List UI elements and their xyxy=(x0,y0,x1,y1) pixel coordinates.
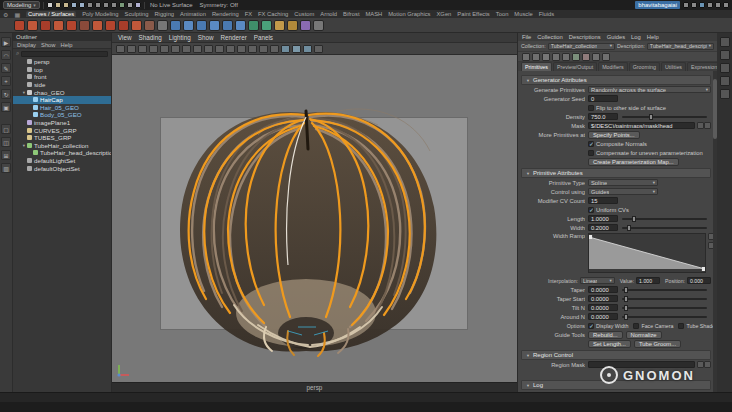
shaded-mode-icon[interactable] xyxy=(292,45,301,53)
birail-icon[interactable] xyxy=(300,20,311,31)
generate-primitives-dropdown[interactable]: Randomly across the surface xyxy=(588,86,711,93)
gate-mask-icon[interactable] xyxy=(226,45,235,53)
film-gate-icon[interactable] xyxy=(204,45,213,53)
camera-attributes-icon[interactable] xyxy=(138,45,147,53)
redo-icon[interactable] xyxy=(79,2,85,8)
offset-curve-icon[interactable] xyxy=(131,20,142,31)
safe-title-icon[interactable] xyxy=(259,45,268,53)
xgen-menu-item[interactable]: Log xyxy=(631,34,641,40)
uniform-cvs-checkbox[interactable] xyxy=(588,207,594,213)
width-ramp-editor[interactable] xyxy=(588,233,706,273)
region-control-header[interactable]: Region Control xyxy=(521,350,711,360)
nurbs-cube-icon[interactable] xyxy=(183,20,194,31)
layout-single-pane-icon[interactable]: ▢ xyxy=(1,124,11,134)
command-line[interactable] xyxy=(0,392,732,402)
outliner-search-input[interactable] xyxy=(21,51,108,57)
scene-open-icon[interactable] xyxy=(55,2,61,8)
hair-model[interactable] xyxy=(138,95,482,359)
nurbs-sphere-icon[interactable] xyxy=(170,20,181,31)
tool-settings-tab-icon[interactable] xyxy=(720,50,730,60)
guides-toggle-icon[interactable] xyxy=(592,53,600,61)
taper-start-slider[interactable] xyxy=(622,298,707,300)
construction-history-icon[interactable] xyxy=(127,2,133,8)
nurbs-torus-icon[interactable] xyxy=(235,20,246,31)
mask-expression-field[interactable]: $(DESC)/paintmaps/mask|head xyxy=(588,122,695,129)
shelf-tab[interactable]: Motion Graphics xyxy=(388,11,430,17)
wireframe-mode-icon[interactable] xyxy=(281,45,290,53)
shelf-tab[interactable]: Poly Modeling xyxy=(82,11,118,17)
2d-pan-zoom-icon[interactable] xyxy=(171,45,180,53)
set-length-button[interactable]: Set Length... xyxy=(588,340,631,348)
make-live-icon[interactable] xyxy=(119,2,125,8)
shelf-tab[interactable]: Muscle xyxy=(514,11,532,17)
sidebar-channel-box-icon[interactable] xyxy=(699,2,705,8)
shelf-tab[interactable]: FX Caching xyxy=(258,11,288,17)
planar-icon[interactable] xyxy=(274,20,285,31)
xgen-menu-item[interactable]: File xyxy=(522,34,531,40)
xgen-menu-item[interactable]: Guides xyxy=(607,34,625,40)
export-collection-icon[interactable] xyxy=(532,53,540,61)
shelf-tab[interactable]: Fluids xyxy=(539,11,554,17)
outliner-row[interactable]: ▾ chao_GEO xyxy=(13,88,111,96)
shelf-tab[interactable]: Rigging xyxy=(154,11,174,17)
normalize-button[interactable]: Normalize xyxy=(626,331,662,339)
face-camera-checkbox[interactable] xyxy=(633,323,639,329)
render-view-icon[interactable] xyxy=(715,2,721,8)
nurbs-plane-icon[interactable] xyxy=(222,20,233,31)
snap-point-icon[interactable] xyxy=(103,2,109,8)
bookmark-icon[interactable] xyxy=(149,45,158,53)
outliner-menu-item[interactable]: Show xyxy=(41,42,56,48)
refresh-preview-icon[interactable] xyxy=(572,53,580,61)
shelf-tab[interactable]: Rendering xyxy=(212,11,239,17)
grease-pencil-icon[interactable] xyxy=(182,45,191,53)
generator-seed-field[interactable]: 0 xyxy=(588,95,618,102)
flip-checkbox[interactable] xyxy=(588,105,594,111)
shelf-tab[interactable]: FX xyxy=(245,11,252,17)
outliner-row[interactable]: imagePlane1 xyxy=(13,119,111,127)
extrude-icon[interactable] xyxy=(287,20,298,31)
frame-all-icon[interactable] xyxy=(270,45,279,53)
generator-attributes-header[interactable]: Generator Attributes xyxy=(521,75,711,85)
mask-paint-icon[interactable] xyxy=(697,122,704,129)
outliner-row[interactable]: TubeHair_head_description xyxy=(13,149,111,157)
region-options-icon[interactable] xyxy=(704,361,711,368)
insert-knot-icon[interactable] xyxy=(105,20,116,31)
outliner-menu-item[interactable]: Display xyxy=(17,42,36,48)
xgen-menu-item[interactable]: Descriptions xyxy=(569,34,601,40)
undo-icon[interactable] xyxy=(71,2,77,8)
outliner-row[interactable]: persp xyxy=(13,58,111,66)
tilt-n-field[interactable]: 0.0000 xyxy=(588,304,618,311)
taper-slider[interactable] xyxy=(622,289,707,291)
xgen-tab[interactable]: Expressions xyxy=(687,62,717,71)
ramp-value-field[interactable]: 1.000 xyxy=(636,277,660,284)
paint-select-tool-icon[interactable]: ✎ xyxy=(1,63,11,73)
viewport-canvas[interactable] xyxy=(112,55,517,382)
outliner-row[interactable]: side xyxy=(13,81,111,89)
xgen-tab[interactable]: Utilities xyxy=(661,62,686,71)
primitive-attributes-header[interactable]: Primitive Attributes xyxy=(521,168,711,178)
shelf-tab[interactable]: Bifrost xyxy=(343,11,359,17)
taper-field[interactable]: 0.0000 xyxy=(588,286,618,293)
width-field[interactable]: 0.2000 xyxy=(588,224,618,231)
duplicate-description-icon[interactable] xyxy=(552,53,560,61)
rebuild-curve-icon[interactable] xyxy=(144,20,155,31)
control-using-dropdown[interactable]: Guides xyxy=(588,188,658,195)
outliner-row[interactable]: front xyxy=(13,73,111,81)
sidebar-attribute-editor-icon[interactable] xyxy=(683,2,689,8)
workspace-docking-icon[interactable] xyxy=(707,2,713,8)
attribute-editor-tab-icon[interactable] xyxy=(720,37,730,47)
outliner-row[interactable]: ▾ TubeHair_collection xyxy=(13,142,111,150)
region-paint-icon[interactable] xyxy=(697,361,704,368)
shelf-tab[interactable]: Toon xyxy=(496,11,509,17)
taper-start-field[interactable]: 0.0000 xyxy=(588,295,618,302)
create-description-icon[interactable] xyxy=(542,53,550,61)
snap-grid-icon[interactable] xyxy=(87,2,93,8)
tube-groom-button[interactable]: Tube Groom... xyxy=(634,340,681,348)
shelf-tab[interactable]: Sculpting xyxy=(125,11,149,17)
shelf-tab[interactable]: XGen xyxy=(437,11,452,17)
shelf-tab[interactable]: Arnold xyxy=(320,11,337,17)
bezier-curve-tool-icon[interactable] xyxy=(40,20,51,31)
grid-toggle-icon[interactable] xyxy=(193,45,202,53)
tube-shade-checkbox[interactable] xyxy=(678,323,684,329)
modifier-cv-count-field[interactable]: 15 xyxy=(588,197,618,204)
